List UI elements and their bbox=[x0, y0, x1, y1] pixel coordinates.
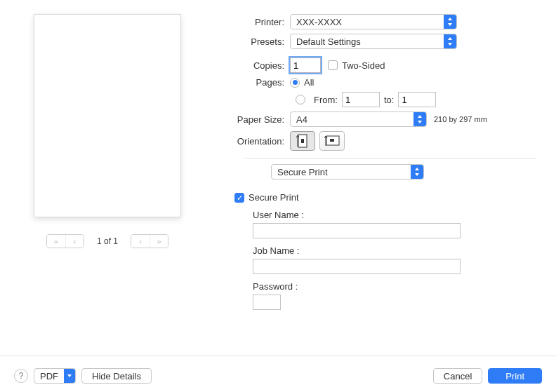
updown-icon bbox=[444, 34, 456, 48]
updown-icon bbox=[413, 112, 426, 126]
papersize-select[interactable]: A4 bbox=[290, 111, 427, 127]
updown-icon bbox=[444, 15, 456, 29]
pager-first-button[interactable]: « bbox=[47, 235, 65, 248]
presets-select[interactable]: Default Settings bbox=[290, 34, 457, 49]
username-input[interactable] bbox=[253, 223, 461, 238]
chevron-down-icon bbox=[64, 369, 75, 383]
pages-all-label: All bbox=[304, 77, 314, 88]
presets-label: Presets: bbox=[223, 36, 290, 47]
form-column: Printer: XXX-XXXX Presets: Default Setti… bbox=[223, 14, 536, 310]
hide-details-button[interactable]: Hide Details bbox=[81, 368, 152, 384]
pages-to-input[interactable] bbox=[398, 92, 436, 107]
svg-rect-1 bbox=[301, 139, 304, 143]
orientation-landscape-button[interactable] bbox=[319, 131, 345, 151]
pager-text: 1 of 1 bbox=[97, 236, 118, 246]
divider bbox=[244, 158, 536, 158]
copies-label: Copies: bbox=[223, 60, 290, 71]
landscape-icon bbox=[324, 135, 340, 147]
papersize-label: Paper Size: bbox=[223, 114, 290, 125]
password-label: Password : bbox=[253, 281, 536, 292]
portrait-icon bbox=[296, 134, 309, 148]
svg-rect-3 bbox=[330, 139, 334, 142]
footer-divider bbox=[0, 356, 556, 356]
pages-from-radio[interactable] bbox=[296, 95, 305, 104]
pager-prev-button[interactable]: ‹ bbox=[65, 235, 84, 248]
pages-label: Pages: bbox=[223, 77, 290, 88]
username-label: User Name : bbox=[253, 210, 536, 220]
secure-print-panel: ✓ Secure Print User Name : Job Name : Pa… bbox=[234, 192, 536, 310]
preview-column: « ‹ 1 of 1 › » bbox=[20, 14, 195, 310]
two-sided-checkbox[interactable] bbox=[328, 60, 338, 70]
copies-input[interactable] bbox=[290, 58, 321, 73]
cancel-button[interactable]: Cancel bbox=[433, 368, 482, 384]
password-input[interactable] bbox=[253, 295, 281, 310]
panel-select[interactable]: Secure Print bbox=[271, 164, 424, 180]
orientation-label: Orientation: bbox=[223, 136, 290, 147]
pages-to-label: to: bbox=[384, 95, 394, 105]
printer-select[interactable]: XXX-XXXX bbox=[290, 14, 457, 29]
printer-label: Printer: bbox=[223, 17, 290, 27]
pager-next-button[interactable]: › bbox=[131, 235, 150, 248]
print-button[interactable]: Print bbox=[488, 368, 542, 384]
help-button[interactable]: ? bbox=[14, 369, 28, 383]
jobname-label: Job Name : bbox=[253, 245, 536, 256]
pages-all-radio[interactable] bbox=[290, 78, 300, 88]
orientation-portrait-button[interactable] bbox=[290, 131, 315, 151]
secure-print-label: Secure Print bbox=[249, 192, 299, 203]
pager-last-button[interactable]: » bbox=[150, 235, 168, 248]
pages-from-label: From: bbox=[314, 95, 338, 105]
pdf-select[interactable]: PDF bbox=[34, 368, 76, 384]
two-sided-label: Two-Sided bbox=[342, 60, 385, 71]
footer: ? PDF Hide Details Cancel Print bbox=[0, 368, 556, 384]
paper-dimensions: 210 by 297 mm bbox=[434, 115, 487, 123]
pages-from-input[interactable] bbox=[342, 92, 380, 107]
preview-page bbox=[34, 14, 181, 217]
updown-icon bbox=[411, 165, 423, 179]
jobname-input[interactable] bbox=[253, 259, 461, 274]
pager: « ‹ 1 of 1 › » bbox=[20, 234, 195, 248]
secure-print-checkbox[interactable]: ✓ bbox=[234, 193, 244, 203]
